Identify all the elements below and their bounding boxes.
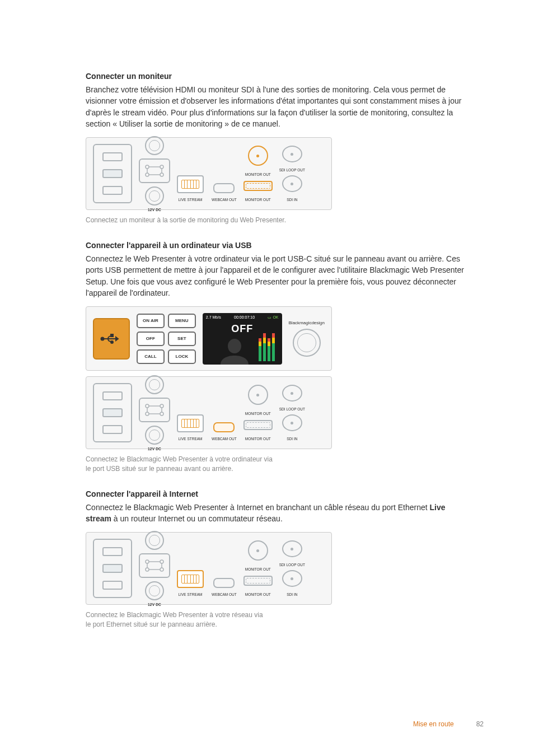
- silhouette-icon: [215, 339, 254, 365]
- svg-point-10: [160, 412, 163, 416]
- svg-point-14: [160, 568, 163, 571]
- bnc-monitor-out-icon-2: [248, 385, 268, 405]
- label-livestream: LIVE STREAM: [179, 198, 203, 202]
- bnc-sdi-in-icon-3: [282, 570, 302, 587]
- power-socket-2: [93, 383, 132, 442]
- onair-button[interactable]: ON AIR: [137, 314, 165, 328]
- screen-timecode: 00:00:07:10: [234, 315, 255, 320]
- figure-backpanel-ethernet: 12V DC LIVE STREAM WEBCAM OUT MONITOR OU…: [86, 532, 332, 605]
- figure-backpanel-usb: 12V DC LIVE STREAM WEBCAM OUT MONITOR OU…: [86, 376, 332, 449]
- footer-page-number: 82: [476, 720, 484, 728]
- figure-frontpanel-usb: ON AIR MENU OFF SET CALL LOCK 2.7 Mb/s 0…: [86, 306, 332, 371]
- bnc-sdi-loop-icon-2: [282, 385, 302, 402]
- svg-point-12: [146, 568, 149, 571]
- bnc-sdi-in-icon-2: [282, 414, 302, 431]
- svg-point-8: [146, 412, 149, 416]
- fan-icon-2: [145, 375, 164, 394]
- caption-monitor: Connectez un moniteur à la sortie de mon…: [86, 216, 467, 225]
- label-sdi-in: SDI IN: [287, 198, 297, 202]
- svg-point-2: [160, 165, 163, 169]
- label-monitor-out-6: MONITOR OUT: [245, 592, 271, 596]
- ethernet-port-icon-hl: [177, 570, 204, 588]
- pin-diagram-icon-3: [139, 553, 170, 578]
- menu-button[interactable]: MENU: [168, 314, 196, 328]
- off-button[interactable]: OFF: [137, 332, 165, 346]
- bnc-monitor-out-icon: [248, 146, 268, 166]
- svg-point-9: [160, 404, 163, 408]
- svg-point-11: [146, 560, 149, 563]
- label-webcam-2: WEBCAM OUT: [212, 437, 237, 441]
- label-monitor-out-5: MONITOR OUT: [245, 567, 271, 571]
- figure-backpanel-monitor: 12V DC LIVE STREAM WEBCAM OUT MONITOR OU…: [86, 137, 332, 210]
- svg-point-6: [111, 341, 113, 343]
- button-grid: ON AIR MENU OFF SET CALL LOCK: [137, 314, 196, 364]
- svg-point-4: [101, 337, 104, 340]
- ethernet-port-icon-2: [177, 414, 204, 432]
- usbc-port-icon-3: [213, 578, 235, 588]
- rotary-knob-icon[interactable]: [293, 329, 321, 357]
- svg-point-13: [160, 560, 163, 563]
- pin-diagram-icon-2: [139, 398, 170, 422]
- bnc-sdi-in-icon: [282, 175, 302, 192]
- para-monitor: Branchez votre télévision HDMI ou monite…: [86, 84, 467, 129]
- set-button[interactable]: SET: [168, 332, 196, 346]
- label-monitor-out-2: MONITOR OUT: [245, 198, 271, 202]
- svg-point-1: [146, 173, 149, 176]
- label-livestream-2: LIVE STREAM: [179, 437, 203, 441]
- power-socket: [93, 144, 132, 203]
- heading-internet: Connecter l'appareil à Internet: [86, 489, 467, 498]
- svg-rect-5: [111, 334, 113, 337]
- lock-button[interactable]: LOCK: [168, 349, 196, 364]
- page-footer: Mise en route 82: [413, 720, 484, 728]
- bnc-sdi-loop-icon: [282, 146, 302, 162]
- para-internet: Connectez le Blackmagic Web Presenter à …: [86, 502, 467, 525]
- hdmi-monitor-out-icon: [243, 181, 273, 191]
- usbc-port-icon: [213, 183, 235, 193]
- ethernet-port-icon: [177, 175, 204, 193]
- svg-point-7: [146, 404, 149, 408]
- caption-internet: Connectez le Blackmagic Web Presenter à …: [86, 610, 467, 629]
- label-12vdc-2: 12V DC: [148, 447, 161, 451]
- heading-monitor: Connecter un moniteur: [86, 72, 467, 81]
- usb-front-port-icon: [93, 318, 130, 360]
- bnc-sdi-loop-icon-3: [282, 540, 302, 557]
- screen-rate: 2.7 Mb/s: [206, 315, 221, 320]
- para-usb: Connectez le Web Presenter à votre ordin…: [86, 253, 467, 298]
- caption-usb: Connectez le Blackmagic Web Presenter à …: [86, 455, 467, 474]
- label-monitor-out-3: MONITOR OUT: [245, 412, 271, 416]
- label-sdi-loop-2: SDI LOOP OUT: [279, 407, 305, 411]
- heading-usb: Connecter l'appareil à un ordinateur via…: [86, 241, 467, 250]
- hdmi-monitor-out-icon-3: [243, 576, 273, 586]
- dc-jack-icon-2: [145, 426, 164, 445]
- svg-point-0: [146, 165, 149, 169]
- power-socket-3: [93, 539, 132, 598]
- lcd-screen: 2.7 Mb/s 00:00:07:10 ▭ OK OFF: [203, 313, 282, 365]
- audio-meter-icon: [259, 329, 279, 361]
- bnc-monitor-out-icon-3: [248, 540, 268, 561]
- label-livestream-3: LIVE STREAM: [179, 592, 203, 596]
- usbc-port-icon-hl: [213, 422, 235, 432]
- dc-jack-icon-3: [145, 581, 164, 600]
- label-webcam-3: WEBCAM OUT: [212, 592, 237, 596]
- label-12vdc-3: 12V DC: [148, 603, 161, 606]
- screen-status-ok: ▭ OK: [268, 315, 278, 320]
- label-monitor-out-4: MONITOR OUT: [245, 437, 271, 441]
- pin-diagram-icon: [139, 158, 170, 183]
- footer-section: Mise en route: [413, 720, 454, 728]
- fan-icon: [145, 136, 164, 155]
- hdmi-monitor-out-icon-2: [243, 420, 273, 430]
- label-sdi-loop-3: SDI LOOP OUT: [279, 563, 305, 567]
- label-12vdc: 12V DC: [148, 208, 161, 212]
- dc-jack-icon: [145, 186, 164, 206]
- label-monitor-out: MONITOR OUT: [245, 172, 271, 176]
- label-sdi-in-2: SDI IN: [287, 437, 297, 441]
- label-sdi-in-3: SDI IN: [287, 592, 297, 596]
- label-webcam: WEBCAM OUT: [212, 198, 237, 202]
- brand-logo-text: Blackmagicdesign: [289, 320, 325, 325]
- svg-point-3: [160, 173, 163, 176]
- fan-icon-3: [145, 531, 164, 550]
- call-button[interactable]: CALL: [137, 349, 165, 364]
- label-sdi-loop: SDI LOOP OUT: [279, 168, 305, 172]
